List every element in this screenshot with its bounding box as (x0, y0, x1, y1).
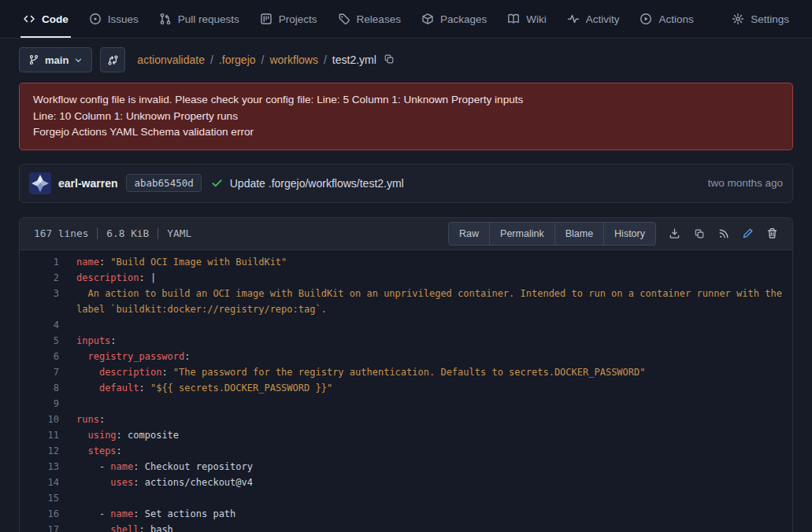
rss-icon (718, 228, 729, 239)
copy-icon (384, 54, 395, 67)
rss-button[interactable] (711, 222, 736, 246)
line-number[interactable]: 3 (20, 286, 69, 317)
code-line: 17 shell: bash (20, 522, 792, 532)
code-text: An action to build an OCI image with Bui… (69, 286, 792, 317)
line-number[interactable]: 1 (20, 254, 69, 270)
line-number[interactable]: 14 (20, 475, 69, 490)
code-line: 12 steps: (20, 443, 792, 459)
blame-button[interactable]: Blame (554, 222, 604, 246)
code-line: 13 - name: Checkout repository (20, 459, 792, 475)
code-text: - name: Checkout repository (69, 459, 792, 475)
compare-button[interactable] (100, 47, 125, 72)
line-number[interactable]: 10 (20, 412, 69, 427)
code-line: 11 using: composite (20, 427, 792, 443)
breadcrumb-separator: / (261, 54, 265, 66)
nav-item-label: Actions (658, 13, 693, 25)
code-line: 1name: "Build OCI Image with BuildKit" (20, 254, 792, 270)
commit-hash-badge[interactable]: abab65450d (126, 174, 201, 192)
code-text (69, 317, 792, 333)
history-button[interactable]: History (603, 222, 656, 246)
breadcrumb-segment-workflows[interactable]: workflows (269, 54, 317, 66)
nav-item-code[interactable]: Code (13, 0, 79, 38)
code-text: runs: (69, 412, 792, 427)
play-circle-icon (640, 13, 652, 25)
branch-bar: main actionvalidate/.forgejo/workflows/t… (19, 47, 793, 72)
file-actions: RawPermalinkBlameHistory (448, 222, 656, 246)
code-text: default: "${{ secrets.DOCKER_PASSWORD }}… (69, 380, 792, 396)
raw-button[interactable]: Raw (448, 222, 490, 246)
nav-item-pull-requests[interactable]: Pull requests (149, 0, 250, 38)
download-button[interactable] (662, 222, 687, 246)
nav-item-label: Wiki (526, 13, 547, 25)
commit-message[interactable]: Update .forgejo/workflows/test2.yml (230, 177, 404, 190)
line-number[interactable]: 17 (20, 522, 69, 532)
code-text: using: composite (69, 427, 792, 443)
code-view: 1name: "Build OCI Image with BuildKit"2d… (20, 250, 792, 532)
edit-icon (742, 227, 754, 239)
code-line: 9 (20, 396, 792, 412)
line-number[interactable]: 9 (20, 396, 69, 412)
line-number[interactable]: 5 (20, 333, 69, 349)
avatar-image (29, 172, 51, 194)
code-line: 7 description: "The password for the reg… (20, 364, 792, 380)
nav-item-projects[interactable]: Projects (250, 0, 328, 38)
nav-item-packages[interactable]: Packages (411, 0, 497, 38)
gear-icon (732, 13, 744, 25)
copy-path-button[interactable] (382, 52, 396, 68)
nav-item-settings[interactable]: Settings (721, 0, 799, 38)
line-number[interactable]: 6 (20, 349, 69, 364)
code-line: 2description: | (20, 270, 792, 286)
delete-button[interactable] (760, 222, 784, 246)
nav-item-releases[interactable]: Releases (328, 0, 411, 38)
error-banner: Workflow config file is invalid. Please … (19, 83, 793, 150)
avatar[interactable] (29, 172, 51, 194)
breadcrumb-separator: / (210, 54, 213, 66)
code-text: name: "Build OCI Image with BuildKit" (69, 254, 792, 270)
line-number[interactable]: 7 (20, 364, 69, 380)
book-icon (507, 13, 520, 25)
line-number[interactable]: 12 (20, 443, 69, 459)
edit-button[interactable] (736, 222, 760, 246)
copy-button[interactable] (687, 222, 711, 246)
code-line: 15 (20, 490, 792, 506)
line-number[interactable]: 15 (20, 490, 69, 506)
nav-item-wiki[interactable]: Wiki (497, 0, 557, 38)
code-line: 14 uses: actions/checkout@v4 (20, 475, 792, 490)
line-number[interactable]: 13 (20, 459, 69, 475)
projects-icon (260, 13, 273, 25)
delete-icon (766, 227, 778, 239)
file-header: 167 lines 6.8 KiB YAML RawPermalinkBlame… (20, 218, 792, 250)
line-number[interactable]: 16 (20, 506, 69, 522)
permalink-button[interactable]: Permalink (489, 222, 555, 246)
file-info: 167 lines 6.8 KiB YAML (28, 227, 191, 239)
nav-item-label: Code (42, 13, 69, 25)
breadcrumb-segment--forgejo[interactable]: .forgejo (219, 54, 256, 66)
line-number[interactable]: 2 (20, 270, 69, 286)
code-text: - name: Set actions path (69, 506, 792, 522)
code-line: 3 An action to build an OCI image with B… (20, 286, 792, 317)
nav-right: Settings (721, 0, 799, 38)
line-number[interactable]: 4 (20, 317, 69, 333)
nav-item-label: Projects (279, 13, 317, 25)
breadcrumb-segment-test2-yml: test2.yml (332, 54, 376, 66)
file-view: 167 lines 6.8 KiB YAML RawPermalinkBlame… (19, 217, 793, 532)
line-number[interactable]: 8 (20, 380, 69, 396)
commit-time: two months ago (708, 177, 783, 189)
divider (158, 227, 158, 239)
line-number[interactable]: 11 (20, 427, 69, 443)
nav-item-issues[interactable]: Issues (79, 0, 149, 38)
code-line: 8 default: "${{ secrets.DOCKER_PASSWORD … (20, 380, 792, 396)
chevron-down-icon (74, 56, 83, 65)
top-nav: CodeIssuesPull requestsProjectsReleasesP… (0, 0, 812, 39)
nav-item-activity[interactable]: Activity (557, 0, 630, 38)
nav-item-actions[interactable]: Actions (629, 0, 703, 38)
nav-item-label: Packages (440, 13, 487, 25)
breadcrumb-segment-actionvalidate[interactable]: actionvalidate (137, 54, 205, 66)
commit-author[interactable]: earl-warren (58, 177, 117, 190)
branch-select-button[interactable]: main (19, 47, 92, 72)
file-line-count: 167 lines (34, 227, 88, 239)
code-text: inputs: (69, 333, 792, 349)
code-text: uses: actions/checkout@v4 (69, 475, 792, 490)
code-line: 16 - name: Set actions path (20, 506, 792, 522)
tag-icon (338, 13, 350, 25)
